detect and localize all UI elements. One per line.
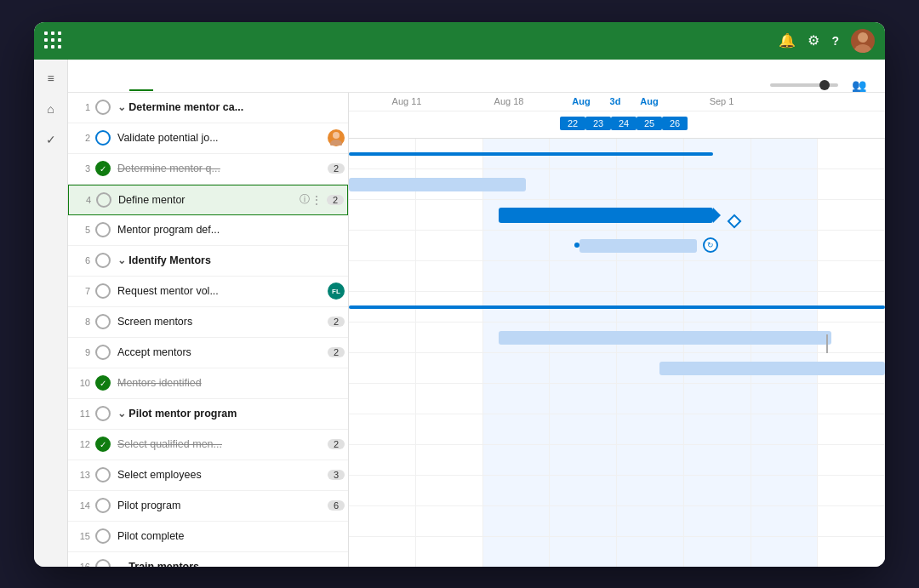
zoom-slider[interactable] bbox=[770, 83, 838, 87]
gantt-day-24: 24 bbox=[611, 117, 636, 130]
row-number: 6 bbox=[71, 255, 90, 265]
header-right: 👥 bbox=[763, 78, 871, 92]
row-check[interactable] bbox=[95, 222, 111, 237]
gantt-row bbox=[349, 414, 885, 445]
group-members-icon: 👥 bbox=[852, 78, 866, 92]
row-check[interactable] bbox=[95, 100, 111, 115]
top-bar-actions: 🔔 ⚙ ? bbox=[779, 29, 875, 53]
gantt-row bbox=[349, 476, 885, 506]
task-name: ⌄ Pilot mentor program bbox=[117, 408, 345, 420]
group-members[interactable]: 👥 bbox=[852, 78, 871, 92]
row-number: 8 bbox=[71, 317, 90, 327]
row-number: 16 bbox=[71, 562, 90, 567]
task-row[interactable]: 12Select qualified men...2 bbox=[68, 430, 348, 460]
gantt-row bbox=[349, 139, 885, 169]
task-name: Request mentor vol... bbox=[117, 285, 323, 297]
top-bar: 🔔 ⚙ ? bbox=[34, 22, 885, 60]
task-name: ⌄ Determine mentor ca... bbox=[117, 101, 345, 113]
row-number: 14 bbox=[71, 500, 90, 511]
row-check[interactable] bbox=[95, 406, 111, 421]
check-icon[interactable]: ✓ bbox=[39, 128, 63, 151]
task-avatar bbox=[328, 129, 345, 146]
gantt-end-circle: ↻ bbox=[703, 237, 718, 253]
row-check[interactable] bbox=[95, 161, 111, 176]
view-tabs bbox=[82, 79, 153, 90]
task-avatar: FL bbox=[328, 283, 345, 300]
gantt-aug18-label: Aug 18 bbox=[458, 96, 560, 106]
task-row[interactable]: 9Accept mentors2 bbox=[68, 338, 348, 368]
gantt-bar-arrow bbox=[713, 208, 721, 223]
more-icon[interactable]: ⋮ bbox=[311, 194, 322, 206]
task-list: 1⌄ Determine mentor ca...2Validate poten… bbox=[68, 93, 349, 567]
gantt-chart: Aug 11 Aug 18 Aug 3d Aug Sep 1 bbox=[349, 93, 885, 567]
task-row[interactable]: 6⌄ Identify Mentors bbox=[68, 246, 348, 277]
gantt-row: ↻ bbox=[349, 231, 885, 261]
help-icon[interactable]: ? bbox=[831, 34, 839, 48]
row-check[interactable] bbox=[96, 192, 111, 208]
task-row[interactable]: 1⌄ Determine mentor ca... bbox=[68, 93, 348, 123]
task-row[interactable]: 10Mentors identified bbox=[68, 368, 348, 399]
task-row[interactable]: 3Determine mentor q...2 bbox=[68, 154, 348, 185]
row-check[interactable] bbox=[95, 437, 111, 452]
row-number: 11 bbox=[71, 408, 90, 419]
user-avatar[interactable] bbox=[851, 29, 875, 53]
row-check[interactable] bbox=[95, 253, 111, 268]
task-row[interactable]: 5Mentor program def... bbox=[68, 215, 348, 246]
row-check[interactable] bbox=[95, 283, 111, 299]
gantt-day-22: 22 bbox=[560, 117, 585, 130]
gantt-aug2-label: Aug bbox=[628, 96, 671, 106]
gantt-row bbox=[349, 261, 885, 292]
task-row[interactable]: 2Validate potential jo... bbox=[68, 123, 348, 154]
row-number: 15 bbox=[71, 531, 90, 541]
task-name: Mentor program def... bbox=[117, 224, 345, 236]
task-name: Determine mentor q... bbox=[117, 163, 323, 174]
gear-icon[interactable]: ⚙ bbox=[808, 32, 819, 49]
task-row[interactable]: 11⌄ Pilot mentor program bbox=[68, 399, 348, 430]
row-number: 12 bbox=[71, 439, 90, 449]
info-icon[interactable]: ⓘ bbox=[300, 192, 310, 207]
task-row[interactable]: 13Select employees3 bbox=[68, 460, 348, 491]
gantt-bar bbox=[499, 331, 831, 345]
gantt-bar bbox=[349, 152, 713, 156]
task-row[interactable]: 16⌄ Train mentors bbox=[68, 552, 348, 567]
task-row[interactable]: 7Request mentor vol...FL bbox=[68, 277, 348, 307]
bell-icon[interactable]: 🔔 bbox=[779, 32, 796, 49]
menu-icon[interactable]: ≡ bbox=[39, 66, 63, 90]
task-row[interactable]: 15Pilot complete bbox=[68, 522, 348, 552]
task-name: Select employees bbox=[117, 469, 323, 481]
row-number: 2 bbox=[71, 133, 90, 143]
row-check[interactable] bbox=[95, 498, 111, 513]
tab-board[interactable] bbox=[106, 79, 129, 91]
gantt-bar bbox=[499, 208, 713, 223]
task-row[interactable]: 8Screen mentors2 bbox=[68, 307, 348, 338]
main-content: 👥 1⌄ Determine mentor ca...2Validate pot… bbox=[68, 60, 885, 567]
row-check[interactable] bbox=[95, 345, 111, 360]
row-check[interactable] bbox=[95, 130, 111, 146]
row-check[interactable] bbox=[95, 314, 111, 329]
gantt-row bbox=[349, 506, 885, 537]
row-check[interactable] bbox=[95, 528, 111, 544]
row-number: 4 bbox=[72, 195, 91, 205]
task-badge: 2 bbox=[328, 439, 345, 449]
app-grid-icon[interactable] bbox=[44, 31, 63, 50]
tab-timeline[interactable] bbox=[129, 79, 153, 91]
task-name: Pilot complete bbox=[117, 530, 345, 542]
row-number: 10 bbox=[71, 378, 90, 388]
svg-point-3 bbox=[330, 140, 342, 146]
task-row[interactable]: 14Pilot program6 bbox=[68, 491, 348, 522]
gantt-bar bbox=[349, 178, 526, 191]
gantt-aug11-label: Aug 11 bbox=[356, 96, 458, 106]
row-check[interactable] bbox=[95, 467, 111, 482]
row-check[interactable] bbox=[95, 559, 111, 567]
gantt-aug-label: Aug bbox=[560, 96, 602, 106]
task-row[interactable]: 4Define mentorⓘ⋮2 bbox=[68, 185, 348, 215]
gantt-sep1-label: Sep 1 bbox=[671, 96, 773, 106]
task-badge: 2 bbox=[328, 317, 345, 327]
zoom-control bbox=[763, 83, 838, 87]
row-number: 3 bbox=[71, 163, 90, 174]
tab-grid[interactable] bbox=[82, 79, 106, 91]
home-icon[interactable]: ⌂ bbox=[39, 97, 63, 121]
row-number: 7 bbox=[71, 286, 90, 296]
gantt-row bbox=[349, 323, 885, 353]
row-check[interactable] bbox=[95, 375, 111, 391]
